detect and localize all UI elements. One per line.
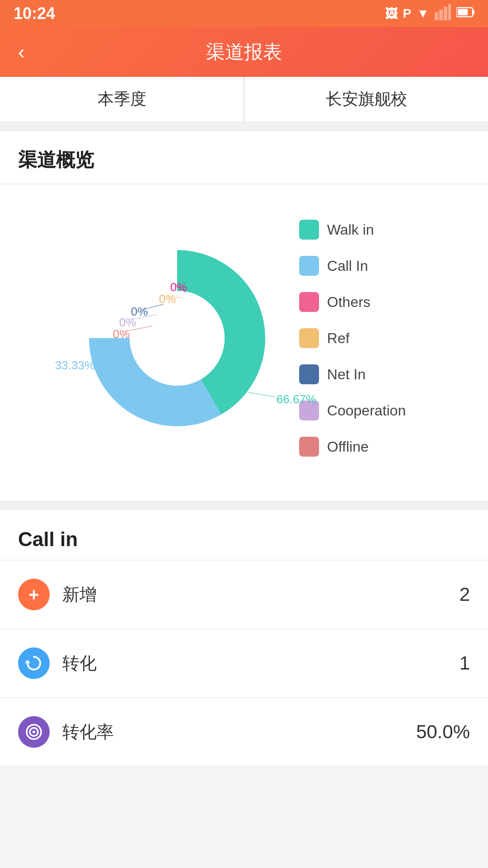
legend-item-netin: Net In	[299, 364, 406, 384]
section-divider-1	[0, 122, 488, 131]
tab-season[interactable]: 本季度	[0, 77, 244, 121]
convert-value: 1	[460, 652, 470, 674]
chart-legend: Walk in Call In Others Ref Net In Cooper…	[299, 220, 406, 457]
callin-section: Call in + 新增 2 转化 1 转化率 50.0%	[0, 510, 488, 767]
donut-chart: 0% 0% 0% 0% 0% 33.33% 66.67%	[82, 243, 272, 433]
convert-label: 转化	[62, 652, 447, 675]
wifi-icon: ▼	[417, 6, 429, 21]
tabs-container: 本季度 长安旗舰校	[0, 77, 488, 122]
rate-value: 50.0%	[416, 721, 470, 743]
svg-rect-6	[458, 9, 468, 15]
status-icons: 🖼 P ▼	[385, 4, 474, 24]
svg-marker-17	[25, 660, 30, 663]
stat-row-new: + 新增 2	[0, 561, 488, 629]
section-title: 渠道概览	[0, 131, 488, 184]
legend-label-callin: Call In	[327, 258, 368, 274]
legend-item-offline: Offline	[299, 437, 406, 457]
svg-point-20	[33, 731, 35, 733]
svg-rect-2	[444, 7, 447, 20]
convert-icon	[18, 647, 50, 679]
svg-rect-1	[439, 9, 443, 20]
legend-item-walkin: Walk in	[299, 220, 406, 240]
chart-area: 0% 0% 0% 0% 0% 33.33% 66.67%	[0, 184, 488, 501]
legend-item-ref: Ref	[299, 328, 406, 348]
photo-icon: 🖼	[385, 6, 398, 21]
tab-branch[interactable]: 长安旗舰校	[244, 77, 488, 121]
stat-row-rate: 转化率 50.0%	[0, 698, 488, 767]
legend-color-others	[299, 292, 319, 312]
battery-icon	[456, 6, 474, 22]
new-icon: +	[18, 579, 50, 610]
legend-color-ref	[299, 328, 319, 348]
legend-item-cooperation: Cooperation	[299, 401, 406, 420]
back-button[interactable]: ‹	[18, 41, 25, 63]
header: ‹ 渠道报表	[0, 27, 488, 77]
legend-color-walkin	[299, 220, 319, 240]
legend-label-walkin: Walk in	[327, 222, 374, 238]
legend-label-offline: Offline	[327, 439, 369, 455]
legend-label-cooperation: Cooperation	[327, 402, 406, 419]
new-value: 2	[460, 584, 470, 605]
signal-icon	[435, 4, 451, 24]
rate-icon	[18, 716, 50, 748]
parking-icon: P	[403, 6, 412, 21]
section-divider-2	[0, 501, 488, 510]
svg-rect-5	[473, 10, 474, 14]
callin-title: Call in	[0, 510, 488, 561]
status-time: 10:24	[14, 4, 55, 23]
legend-label-ref: Ref	[327, 330, 350, 347]
rate-label: 转化率	[62, 721, 404, 744]
status-bar: 10:24 🖼 P ▼	[0, 0, 488, 27]
legend-color-callin	[299, 256, 319, 276]
stat-row-convert: 转化 1	[0, 629, 488, 698]
legend-item-others: Others	[299, 292, 406, 312]
svg-point-9	[130, 291, 225, 386]
svg-rect-0	[435, 12, 438, 20]
svg-rect-3	[448, 4, 451, 20]
legend-label-netin: Net In	[327, 366, 366, 383]
new-label: 新增	[62, 583, 447, 606]
legend-label-others: Others	[327, 294, 371, 311]
page-title: 渠道报表	[206, 39, 282, 65]
legend-color-offline	[299, 437, 319, 457]
legend-color-cooperation	[299, 401, 319, 420]
legend-item-callin: Call In	[299, 256, 406, 276]
legend-color-netin	[299, 364, 319, 384]
